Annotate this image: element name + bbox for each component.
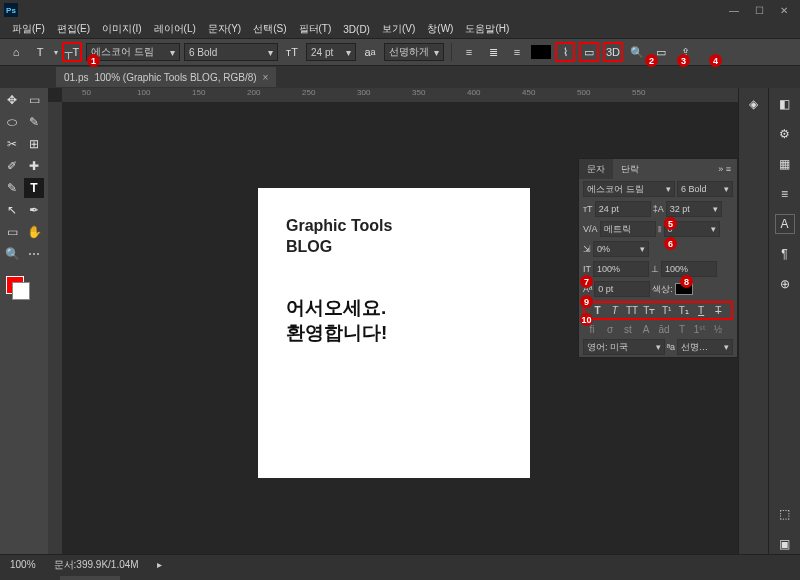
close-button[interactable]: ✕ [780, 5, 788, 16]
path-tool[interactable]: ↖ [2, 200, 22, 220]
ord-liga[interactable]: 1ˢᵗ [693, 324, 707, 335]
text-tool-icon: T [30, 42, 50, 62]
st-liga[interactable]: st [621, 324, 635, 335]
panel-font-size[interactable]: 24 pt [595, 201, 651, 217]
zoom-level[interactable]: 100% [10, 559, 36, 570]
swatches-icon[interactable]: ▦ [775, 154, 795, 174]
lasso-tool[interactable]: ⬭ [2, 112, 22, 132]
leading-icon: ‡A [653, 204, 664, 214]
panels-button[interactable]: ▭ [579, 42, 599, 62]
text-orientation-button[interactable]: ┬T [62, 42, 82, 62]
font-weight-dropdown[interactable]: 6 Bold▾ [184, 43, 278, 61]
canvas[interactable]: Graphic Tools BLOG 어서오세요. 환영합니다! [258, 188, 530, 478]
minimize-button[interactable]: — [729, 5, 739, 16]
maximize-button[interactable]: ☐ [755, 5, 764, 16]
font-size-dropdown[interactable]: 24 pt▾ [306, 43, 356, 61]
badge-4: 4 [709, 54, 722, 67]
badge-3: 3 [677, 54, 690, 67]
eyedropper-tool[interactable]: ✐ [2, 156, 22, 176]
bold-button[interactable]: T [591, 305, 604, 316]
paragraph-tab[interactable]: 단락 [613, 159, 647, 179]
o-liga[interactable]: σ [603, 324, 617, 335]
right-panel-icons-2: ◈ [738, 88, 768, 554]
chevron-down-icon[interactable]: ▾ [54, 48, 58, 57]
healing-tool[interactable]: ✚ [24, 156, 44, 176]
frame-tool[interactable]: ⊞ [24, 134, 44, 154]
zoom-tool[interactable]: 🔍 [2, 244, 22, 264]
glyphs-icon[interactable]: ⊕ [775, 274, 795, 294]
quick-select-tool[interactable]: ✎ [24, 112, 44, 132]
panel-baseline[interactable]: 0 pt [594, 281, 650, 297]
superscript-button[interactable]: T¹ [660, 305, 673, 316]
allcaps-button[interactable]: TT [626, 305, 639, 316]
document-tab[interactable]: 01.ps 100% (Graphic Tools BLOG, RGB/8) × [56, 67, 276, 87]
add-icon[interactable]: ▣ [775, 534, 795, 554]
panel-scale[interactable]: 0%▾ [593, 241, 649, 257]
pen-tool[interactable]: ✒ [24, 200, 44, 220]
search-icon[interactable]: 🔍 [627, 42, 647, 62]
libraries-icon[interactable]: ≡ [775, 184, 795, 204]
character-icon[interactable]: A [775, 214, 795, 234]
collapse-icon[interactable]: » ≡ [712, 164, 737, 174]
font-family-dropdown[interactable]: 에스코어 드림▾ [86, 43, 180, 61]
home-icon[interactable]: ⌂ [6, 42, 26, 62]
vscale-icon: IT [583, 264, 591, 274]
menu-item[interactable]: 선택(S) [253, 22, 286, 36]
paragraph-icon[interactable]: ¶ [775, 244, 795, 264]
underline-button[interactable]: T [695, 305, 708, 316]
layers-icon[interactable]: ◈ [744, 94, 764, 114]
italic-button[interactable]: T [608, 305, 621, 316]
crop-tool[interactable]: ✂ [2, 134, 22, 154]
panel-leading[interactable]: 32 pt▾ [666, 201, 722, 217]
3d-button[interactable]: 3D [603, 42, 623, 62]
text-color-swatch[interactable] [531, 45, 551, 59]
menu-item[interactable]: 문자(Y) [208, 22, 241, 36]
more-tools[interactable]: ⋯ [24, 244, 44, 264]
t-liga[interactable]: T [675, 324, 689, 335]
smallcaps-button[interactable]: Tᴛ [643, 305, 656, 316]
panel-font-family[interactable]: 에스코어 드림▾ [583, 181, 675, 197]
hand-tool[interactable]: ✋ [24, 222, 44, 242]
menu-item[interactable]: 3D(D) [343, 24, 370, 35]
menu-item[interactable]: 이미지(I) [102, 22, 141, 36]
subscript-button[interactable]: T₁ [677, 305, 690, 316]
adjustments-icon[interactable]: ⚙ [775, 124, 795, 144]
menu-item[interactable]: 파일(F) [12, 22, 45, 36]
panel-font-weight[interactable]: 6 Bold▾ [677, 181, 733, 197]
font-size-icon: тT [282, 42, 302, 62]
cube-icon[interactable]: ⬚ [775, 504, 795, 524]
menu-item[interactable]: 도움말(H) [465, 22, 509, 36]
align-center-icon[interactable]: ≣ [483, 42, 503, 62]
menu-item[interactable]: 보기(V) [382, 22, 415, 36]
ruler-horizontal: 50100150200250300350400450500550 [62, 88, 738, 102]
antialias-dropdown[interactable]: 선명하게▾ [384, 43, 444, 61]
move-tool[interactable]: ✥ [2, 90, 22, 110]
panel-language[interactable]: 영어: 미국▾ [583, 339, 665, 355]
panel-vscale[interactable]: 100% [593, 261, 649, 277]
type-tool[interactable]: T [24, 178, 44, 198]
rectangle-tool[interactable]: ▭ [2, 222, 22, 242]
a-liga[interactable]: A [639, 324, 653, 335]
artboard-tool[interactable]: ▭ [24, 90, 44, 110]
character-tab[interactable]: 문자 [579, 159, 613, 179]
timeline-tab[interactable]: 타임라인 [60, 576, 120, 580]
ad-liga[interactable]: ād [657, 324, 671, 335]
menu-item[interactable]: 필터(T) [299, 22, 332, 36]
align-left-icon[interactable]: ≡ [459, 42, 479, 62]
background-color[interactable] [12, 282, 30, 300]
close-tab-icon[interactable]: × [263, 72, 269, 83]
menu-item[interactable]: 레이어(L) [154, 22, 196, 36]
menu-item[interactable]: 창(W) [427, 22, 453, 36]
warp-text-button[interactable]: ⌇ [555, 42, 575, 62]
brush-tool[interactable]: ✎ [2, 178, 22, 198]
strike-button[interactable]: T [712, 305, 725, 316]
menu-item[interactable]: 편집(E) [57, 22, 90, 36]
doc-info-more[interactable]: ▸ [157, 559, 162, 570]
badge-8: 8 [680, 275, 693, 288]
aa-icon: aa [360, 42, 380, 62]
panel-aa[interactable]: 선명…▾ [677, 339, 733, 355]
history-icon[interactable]: ◧ [775, 94, 795, 114]
panel-kerning[interactable]: 메트릭 [600, 221, 656, 237]
align-right-icon[interactable]: ≡ [507, 42, 527, 62]
frac-liga[interactable]: ½ [711, 324, 725, 335]
